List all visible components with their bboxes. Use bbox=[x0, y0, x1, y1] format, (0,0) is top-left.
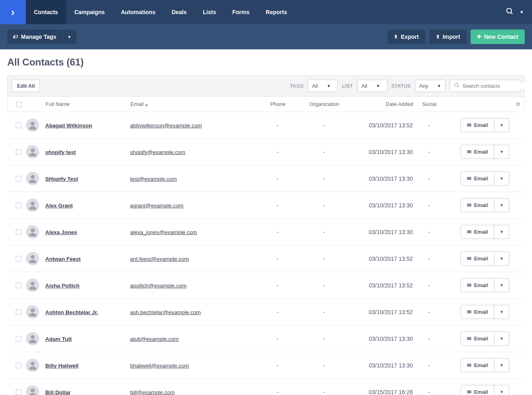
header-full-name[interactable]: Full Name bbox=[46, 101, 130, 107]
contact-email-link[interactable]: shopify@example.com bbox=[130, 149, 185, 155]
row-actions-dropdown[interactable]: ▼ bbox=[494, 332, 509, 346]
row-actions-dropdown[interactable]: ▼ bbox=[494, 198, 509, 212]
tags-filter-select[interactable]: All ▼ bbox=[307, 80, 338, 92]
nav-item-deals[interactable]: Deals bbox=[164, 0, 195, 24]
table-row: Bill Dollarbill@example.com--03/15/2017 … bbox=[7, 379, 525, 395]
new-contact-button[interactable]: ✚ New Contact bbox=[471, 30, 525, 44]
row-checkbox[interactable] bbox=[16, 283, 21, 288]
import-button[interactable]: ⬆ Import bbox=[429, 30, 467, 44]
nav-item-campaigns[interactable]: Campaigns bbox=[66, 0, 113, 24]
header-social[interactable]: Social bbox=[413, 101, 446, 107]
header-email[interactable]: Email▲ bbox=[130, 101, 256, 107]
search-icon bbox=[454, 82, 460, 89]
row-actions-dropdown[interactable]: ▼ bbox=[494, 251, 509, 266]
contact-name-link[interactable]: Alexa Jones bbox=[45, 229, 77, 235]
contact-name-link[interactable]: shopify test bbox=[45, 149, 76, 155]
contact-name-link[interactable]: SHopify Test bbox=[45, 176, 78, 182]
row-checkbox[interactable] bbox=[16, 389, 21, 395]
row-checkbox[interactable] bbox=[16, 363, 21, 368]
email-button[interactable]: ✉Email bbox=[461, 305, 494, 319]
nav-item-contacts[interactable]: Contacts bbox=[26, 0, 66, 24]
row-actions-dropdown[interactable]: ▼ bbox=[494, 145, 509, 159]
email-button[interactable]: ✉Email bbox=[461, 332, 494, 346]
contact-name-link[interactable]: Antwan Feest bbox=[45, 256, 81, 262]
table-row: Ashton Bechtelar Jr.ash.bechtelar@exampl… bbox=[7, 299, 525, 325]
contact-name-link[interactable]: Alex Grant bbox=[45, 203, 73, 209]
contact-org: - bbox=[300, 175, 348, 182]
email-button[interactable]: ✉Email bbox=[461, 171, 494, 186]
row-checkbox[interactable] bbox=[16, 203, 21, 208]
edit-all-button[interactable]: Edit All bbox=[12, 80, 40, 92]
list-filter-select[interactable]: All ▼ bbox=[357, 80, 387, 92]
row-actions-dropdown[interactable]: ▼ bbox=[494, 305, 509, 319]
contact-email-link[interactable]: bhaliwell@example.com bbox=[130, 363, 189, 369]
email-button[interactable]: ✉Email bbox=[461, 198, 494, 212]
search-contacts-wrap[interactable] bbox=[450, 80, 520, 92]
contact-org: - bbox=[300, 336, 348, 342]
select-all-checkbox[interactable] bbox=[16, 101, 22, 107]
logo[interactable]: › bbox=[0, 0, 26, 24]
header-date-added[interactable]: Date Added bbox=[349, 101, 413, 107]
row-actions-dropdown[interactable]: ▼ bbox=[494, 358, 509, 372]
status-filter-select[interactable]: Any ▼ bbox=[415, 80, 446, 92]
email-button[interactable]: ✉Email bbox=[461, 385, 494, 395]
contact-email-link[interactable]: abbywilkinson@example.com bbox=[130, 123, 202, 129]
contact-name-link[interactable]: Adam Tutt bbox=[45, 336, 72, 342]
account-menu-caret[interactable]: ▼ bbox=[519, 10, 524, 15]
row-checkbox[interactable] bbox=[16, 149, 21, 155]
nav-item-automations[interactable]: Automations bbox=[113, 0, 164, 24]
search-icon[interactable] bbox=[506, 7, 514, 17]
row-actions-dropdown[interactable]: ▼ bbox=[494, 171, 509, 186]
table-row: Adam Tuttatutt@example.com--03/10/2017 1… bbox=[7, 325, 525, 352]
row-actions-dropdown[interactable]: ▼ bbox=[494, 225, 509, 239]
email-button[interactable]: ✉Email bbox=[461, 358, 494, 372]
email-button[interactable]: ✉Email bbox=[461, 225, 494, 239]
manage-tags-dropdown[interactable]: ▼ bbox=[63, 30, 76, 44]
contact-org: - bbox=[300, 256, 348, 262]
header-phone[interactable]: Phone bbox=[256, 101, 300, 107]
email-button[interactable]: ✉Email bbox=[461, 145, 494, 159]
row-actions-dropdown[interactable]: ▼ bbox=[494, 385, 509, 395]
row-checkbox[interactable] bbox=[16, 336, 21, 342]
contact-name-link[interactable]: Abagail Wilkinson bbox=[45, 123, 92, 129]
nav-items: ContactsCampaignsAutomationsDealsListsFo… bbox=[26, 0, 295, 24]
nav-item-forms[interactable]: Forms bbox=[224, 0, 258, 24]
email-button[interactable]: ✉Email bbox=[461, 278, 494, 292]
contact-email-link[interactable]: bill@example.com bbox=[130, 389, 175, 395]
nav-item-lists[interactable]: Lists bbox=[195, 0, 224, 24]
contact-phone: - bbox=[255, 282, 300, 289]
header-organization[interactable]: Organization bbox=[300, 101, 349, 107]
row-actions-dropdown[interactable]: ▼ bbox=[494, 278, 509, 292]
search-contacts-input[interactable] bbox=[463, 83, 530, 89]
contact-email-link[interactable]: ant.feest@example.com bbox=[130, 256, 189, 262]
contact-email-link[interactable]: apollich@example.com bbox=[130, 283, 187, 289]
contact-email-link[interactable]: alexa_jones@example.com bbox=[130, 229, 197, 235]
contact-name-link[interactable]: Ashton Bechtelar Jr. bbox=[45, 309, 98, 315]
row-checkbox[interactable] bbox=[16, 176, 21, 182]
contact-email-link[interactable]: agrant@example.com bbox=[130, 203, 183, 209]
email-button[interactable]: ✉Email bbox=[461, 118, 494, 132]
columns-gear-icon[interactable]: ✿ bbox=[509, 101, 520, 107]
contact-name-link[interactable]: Aisha Pollich bbox=[45, 283, 80, 289]
svg-point-10 bbox=[31, 281, 35, 285]
contact-email-link[interactable]: atutt@example.com bbox=[130, 336, 179, 342]
row-checkbox[interactable] bbox=[16, 229, 21, 235]
email-button[interactable]: ✉Email bbox=[461, 251, 494, 266]
contact-org: - bbox=[300, 389, 348, 395]
row-actions-dropdown[interactable]: ▼ bbox=[494, 118, 509, 132]
manage-tags-button[interactable]: 🏷 Manage Tags bbox=[7, 30, 62, 44]
row-checkbox[interactable] bbox=[16, 256, 21, 262]
contact-social: - bbox=[413, 229, 445, 235]
contact-email-link[interactable]: test@example.com bbox=[130, 176, 177, 182]
envelope-icon: ✉ bbox=[467, 362, 471, 368]
avatar bbox=[26, 225, 39, 239]
contact-name-link[interactable]: Bill Dollar bbox=[45, 389, 71, 395]
export-button[interactable]: ⬆ Export bbox=[387, 30, 425, 44]
avatar bbox=[26, 145, 39, 158]
row-checkbox[interactable] bbox=[16, 309, 21, 315]
contact-org: - bbox=[300, 229, 348, 235]
contact-name-link[interactable]: Billy Haliwell bbox=[45, 363, 79, 369]
contact-email-link[interactable]: ash.bechtelar@example.com bbox=[130, 309, 201, 315]
nav-item-reports[interactable]: Reports bbox=[258, 0, 295, 24]
row-checkbox[interactable] bbox=[16, 123, 21, 128]
